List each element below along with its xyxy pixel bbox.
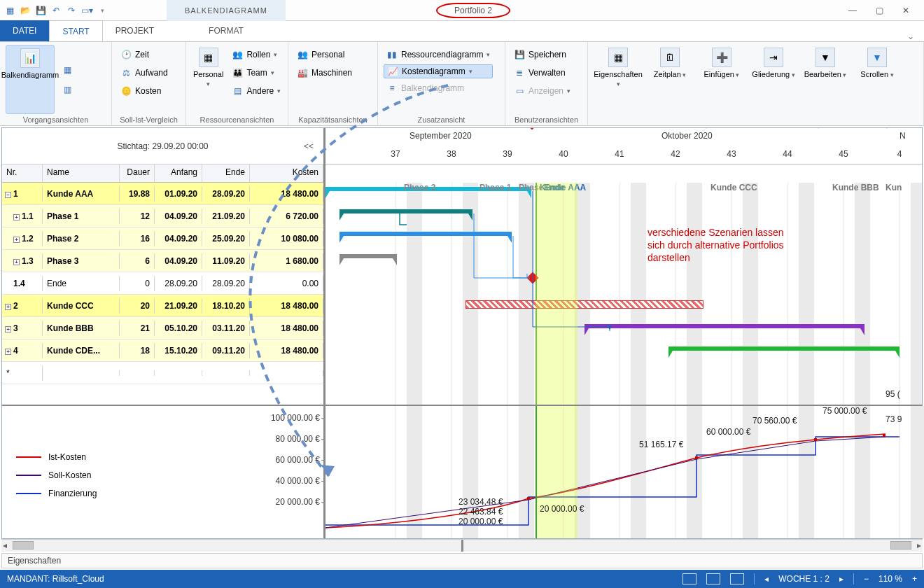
zoom-in-button[interactable]: + [912, 574, 917, 584]
grid-body[interactable]: −1Kunde AAA19.8801.09.2028.09.2018 480.0… [2, 183, 323, 405]
collapse-ribbon-icon[interactable]: ⌄ [907, 31, 924, 41]
save-icon[interactable]: 💾 [34, 4, 48, 18]
andere-button[interactable]: ▤Andere [229, 84, 284, 98]
status-timescale-next[interactable]: ▸ [839, 574, 844, 584]
table-row[interactable]: +4Kunde CDE...1815.10.2009.11.2018 480.0… [2, 340, 323, 362]
summary-bar-kunde-ccc[interactable] [465, 300, 704, 309]
expand-toggle[interactable]: + [5, 304, 11, 310]
maximize-button[interactable]: ▢ [869, 6, 889, 15]
cost-chart[interactable]: 100 000.00 €80 000.00 €60 000.00 €40 000… [326, 406, 922, 538]
table-row[interactable]: +3Kunde BBB2105.10.2003.11.2018 480.00 [2, 317, 323, 340]
hscroll-left[interactable]: ◂ [1, 540, 463, 552]
netzplan-button[interactable]: ▦ [59, 63, 76, 77]
timescale-header[interactable]: September 2020Oktober 2020N3738394041424… [326, 128, 922, 164]
close-button[interactable]: ✕ [896, 6, 916, 15]
scroll-icon: ▼ [867, 48, 887, 67]
zoom-out-button[interactable]: − [864, 574, 869, 584]
app-icon[interactable]: ▦ [3, 4, 17, 18]
aufwand-button[interactable]: ⚖Aufwand [118, 66, 171, 80]
gridline [676, 183, 676, 405]
expand-toggle[interactable]: + [5, 349, 11, 355]
zeit-button[interactable]: 🕑Zeit [118, 48, 171, 62]
window-layout-icon[interactable]: ▭▾ [80, 4, 94, 18]
expand-toggle[interactable]: + [13, 237, 20, 243]
speichern-view-button[interactable]: 💾Speichern [511, 48, 573, 62]
balkendiagramm-extra-button[interactable]: ≡Balkendiagramm [384, 81, 493, 95]
bearbeiten-button[interactable]: ▼Bearbeiten [801, 45, 850, 114]
undo-icon[interactable]: ↶ [49, 4, 63, 18]
gantt-pane[interactable]: September 2020Oktober 2020N3738394041424… [326, 128, 922, 405]
verwalten-button[interactable]: ≣Verwalten [511, 66, 573, 80]
open-icon[interactable]: 📂 [18, 4, 32, 18]
status-view1-icon[interactable] [682, 573, 696, 584]
ressourcendiagramm-button[interactable]: ▮▮Ressourcendiagramm [384, 48, 493, 62]
table-row[interactable]: +1.3Phase 3604.09.2011.09.201 680.00 [2, 250, 323, 272]
eigenschaften-button[interactable]: ▦Eigenschaften [594, 45, 643, 114]
y-tick-label: 40 000.00 € [250, 476, 320, 486]
summary-bar-phase1[interactable] [340, 209, 472, 216]
tab-start[interactable]: START [49, 20, 102, 41]
expand-toggle[interactable]: + [13, 259, 20, 265]
tab-projekt[interactable]: PROJEKT [103, 20, 167, 41]
einfuegen-button[interactable]: ➕Einfügen [697, 45, 746, 114]
kostendiagramm-button[interactable]: 📈Kostendiagramm [384, 64, 493, 78]
week-label: 44 [760, 149, 816, 159]
expand-toggle[interactable]: − [5, 192, 11, 198]
gridline [844, 183, 844, 405]
gridline [507, 183, 508, 405]
status-view3-icon[interactable] [730, 573, 744, 584]
expand-toggle[interactable]: + [13, 214, 20, 220]
week-label: 4 [872, 149, 922, 159]
col-ende[interactable]: Ende [202, 164, 250, 182]
group-label [594, 114, 918, 124]
table-row[interactable]: −1Kunde AAA19.8801.09.2028.09.2018 480.0… [2, 183, 323, 205]
balkendiagramm-button[interactable]: 📊 Balkendiagramm [6, 45, 55, 114]
zeitplan-button[interactable]: 🗓Zeitplan [645, 45, 694, 114]
col-name[interactable]: Name [43, 164, 120, 182]
properties-bar[interactable]: Eigenschaften [1, 553, 923, 568]
expand-toggle[interactable]: + [5, 326, 11, 332]
kalender-button[interactable]: ▥ [59, 83, 76, 97]
tab-datei[interactable]: DATEI [0, 20, 49, 41]
gantt-chart[interactable]: Kunde AAA Phase 1 Phase 2 Phase 3 Ende K… [326, 183, 922, 405]
table-row[interactable]: +1.2Phase 21604.09.2025.09.2010 080.00 [2, 227, 323, 250]
kosten-button[interactable]: 🪙Kosten [118, 84, 171, 98]
today-line-cost [536, 406, 537, 538]
rollen-button[interactable]: 👥Rollen [229, 48, 284, 62]
week-label: 38 [424, 149, 479, 159]
col-nr[interactable]: Nr. [2, 164, 43, 182]
table-row[interactable]: 1.4Ende028.09.2028.09.200.00 [2, 272, 323, 295]
team-button[interactable]: 👪Team [229, 66, 284, 80]
new-row[interactable]: * [2, 362, 323, 384]
gliederung-button[interactable]: ⇥Gliederung [749, 45, 798, 114]
status-timescale-prev[interactable]: ◂ [764, 574, 769, 584]
summary-bar-phase3[interactable] [340, 254, 397, 261]
status-mandant: MANDANT: Rillsoft_Cloud [7, 574, 104, 584]
status-view2-icon[interactable] [706, 573, 720, 584]
col-dauer[interactable]: Dauer [120, 164, 155, 182]
summary-bar-kunde-bbb[interactable] [584, 324, 864, 331]
redo-icon[interactable]: ↷ [64, 4, 78, 18]
col-anfang[interactable]: Anfang [155, 164, 202, 182]
today-line [536, 183, 537, 405]
collapse-left-button[interactable]: << [304, 141, 314, 151]
col-kosten[interactable]: Kosten [250, 164, 323, 182]
summary-bar-kunde-cde[interactable] [668, 346, 899, 354]
scrollen-button[interactable]: ▼Scrollen [853, 45, 902, 114]
qat-more-icon[interactable]: ▾ [95, 4, 109, 18]
hscroll-right[interactable]: ▸ [463, 540, 923, 552]
table-row[interactable]: +1.1Phase 11204.09.2021.09.206 720.00 [2, 205, 323, 227]
coins-icon: 🪙 [120, 85, 132, 97]
kap-maschinen-button[interactable]: 🏭Maschinen [294, 66, 355, 80]
bar-label: Kunde BBB [832, 183, 879, 192]
minimize-button[interactable]: — [843, 6, 862, 15]
table-row[interactable]: +2Kunde CCC2021.09.2018.10.2018 480.00 [2, 295, 323, 317]
kap-personal-button[interactable]: 👥Personal [294, 48, 355, 62]
group-label: Ressourcenansichten [192, 114, 282, 124]
personal-big-button[interactable]: ▦ Personal [192, 45, 225, 114]
tab-format[interactable]: FORMAT [167, 20, 286, 41]
gridline [620, 183, 620, 405]
bar-label: Kunde CCC [710, 183, 757, 192]
summary-bar-phase2[interactable] [340, 232, 512, 239]
anzeigen-button[interactable]: ▭Anzeigen [511, 84, 573, 98]
